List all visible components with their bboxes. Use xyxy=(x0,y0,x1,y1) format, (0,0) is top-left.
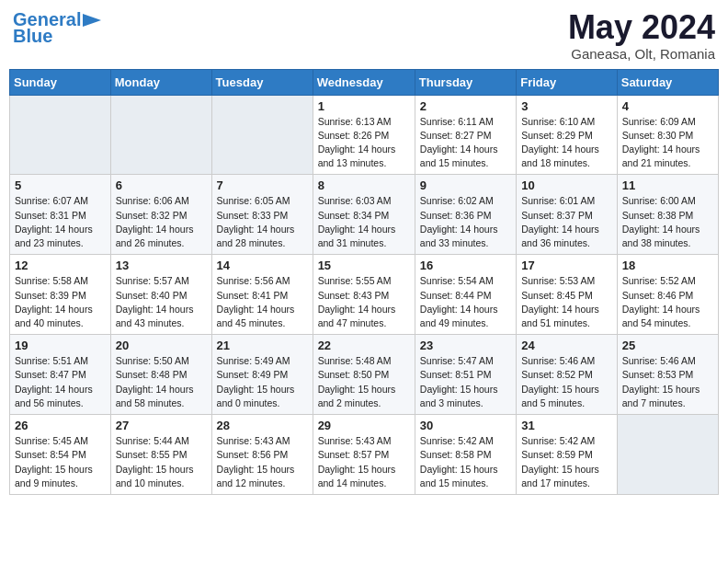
calendar-day-28: 28Sunrise: 5:43 AM Sunset: 8:56 PM Dayli… xyxy=(211,415,313,495)
calendar-week-row: 1Sunrise: 6:13 AM Sunset: 8:26 PM Daylig… xyxy=(10,95,719,175)
calendar-week-row: 19Sunrise: 5:51 AM Sunset: 8:47 PM Dayli… xyxy=(10,335,719,415)
day-info: Sunrise: 6:09 AM Sunset: 8:30 PM Dayligh… xyxy=(622,115,713,171)
calendar-empty-cell xyxy=(10,95,111,175)
calendar-header-row: SundayMondayTuesdayWednesdayThursdayFrid… xyxy=(10,69,719,95)
day-info: Sunrise: 6:13 AM Sunset: 8:26 PM Dayligh… xyxy=(318,115,410,171)
calendar-day-14: 14Sunrise: 5:56 AM Sunset: 8:41 PM Dayli… xyxy=(211,255,313,335)
weekday-header-sunday: Sunday xyxy=(10,69,111,95)
day-info: Sunrise: 5:42 AM Sunset: 8:59 PM Dayligh… xyxy=(521,434,612,490)
calendar-day-18: 18Sunrise: 5:52 AM Sunset: 8:46 PM Dayli… xyxy=(617,255,718,335)
day-number: 11 xyxy=(622,178,713,192)
calendar-day-24: 24Sunrise: 5:46 AM Sunset: 8:52 PM Dayli… xyxy=(517,335,618,415)
calendar-day-9: 9Sunrise: 6:02 AM Sunset: 8:36 PM Daylig… xyxy=(415,175,516,255)
day-info: Sunrise: 5:43 AM Sunset: 8:56 PM Dayligh… xyxy=(217,434,308,490)
day-number: 16 xyxy=(420,259,511,272)
month-title: May 2024 xyxy=(568,9,715,46)
day-number: 13 xyxy=(116,259,207,272)
calendar-week-row: 12Sunrise: 5:58 AM Sunset: 8:39 PM Dayli… xyxy=(10,255,719,335)
calendar-day-15: 15Sunrise: 5:55 AM Sunset: 8:43 PM Dayli… xyxy=(313,255,415,335)
day-number: 6 xyxy=(116,178,207,192)
calendar-day-19: 19Sunrise: 5:51 AM Sunset: 8:47 PM Dayli… xyxy=(10,335,111,415)
day-info: Sunrise: 5:55 AM Sunset: 8:43 PM Dayligh… xyxy=(318,274,410,330)
calendar-day-7: 7Sunrise: 6:05 AM Sunset: 8:33 PM Daylig… xyxy=(211,175,313,255)
day-number: 15 xyxy=(318,259,410,272)
day-info: Sunrise: 5:43 AM Sunset: 8:57 PM Dayligh… xyxy=(318,434,410,490)
day-number: 14 xyxy=(217,259,308,272)
logo-blue-text: Blue xyxy=(13,26,52,46)
day-number: 8 xyxy=(318,178,410,192)
day-number: 1 xyxy=(318,99,410,113)
day-number: 4 xyxy=(622,99,713,113)
calendar-day-3: 3Sunrise: 6:10 AM Sunset: 8:29 PM Daylig… xyxy=(517,95,618,175)
calendar-day-25: 25Sunrise: 5:46 AM Sunset: 8:53 PM Dayli… xyxy=(617,335,718,415)
weekday-header-saturday: Saturday xyxy=(617,69,718,95)
calendar-week-row: 26Sunrise: 5:45 AM Sunset: 8:54 PM Dayli… xyxy=(10,415,719,495)
day-number: 17 xyxy=(521,259,612,272)
day-info: Sunrise: 5:53 AM Sunset: 8:45 PM Dayligh… xyxy=(521,274,612,330)
day-info: Sunrise: 5:58 AM Sunset: 8:39 PM Dayligh… xyxy=(15,274,106,330)
svg-marker-0 xyxy=(83,14,101,27)
day-number: 30 xyxy=(420,419,511,432)
day-info: Sunrise: 6:02 AM Sunset: 8:36 PM Dayligh… xyxy=(420,194,511,250)
day-info: Sunrise: 5:44 AM Sunset: 8:55 PM Dayligh… xyxy=(116,434,207,490)
day-info: Sunrise: 5:51 AM Sunset: 8:47 PM Dayligh… xyxy=(15,354,106,410)
calendar-day-6: 6Sunrise: 6:06 AM Sunset: 8:32 PM Daylig… xyxy=(110,175,211,255)
day-number: 19 xyxy=(15,339,106,352)
weekday-header-friday: Friday xyxy=(517,69,618,95)
day-info: Sunrise: 6:03 AM Sunset: 8:34 PM Dayligh… xyxy=(318,194,410,250)
day-number: 5 xyxy=(15,178,106,192)
calendar-day-4: 4Sunrise: 6:09 AM Sunset: 8:30 PM Daylig… xyxy=(617,95,718,175)
day-info: Sunrise: 6:10 AM Sunset: 8:29 PM Dayligh… xyxy=(521,115,612,171)
day-info: Sunrise: 6:06 AM Sunset: 8:32 PM Dayligh… xyxy=(116,194,207,250)
day-number: 7 xyxy=(217,178,308,192)
weekday-header-monday: Monday xyxy=(110,69,211,95)
day-info: Sunrise: 6:07 AM Sunset: 8:31 PM Dayligh… xyxy=(15,194,106,250)
calendar-day-1: 1Sunrise: 6:13 AM Sunset: 8:26 PM Daylig… xyxy=(313,95,415,175)
calendar-day-21: 21Sunrise: 5:49 AM Sunset: 8:49 PM Dayli… xyxy=(211,335,313,415)
day-info: Sunrise: 5:57 AM Sunset: 8:40 PM Dayligh… xyxy=(116,274,207,330)
calendar-day-30: 30Sunrise: 5:42 AM Sunset: 8:58 PM Dayli… xyxy=(415,415,516,495)
day-info: Sunrise: 5:42 AM Sunset: 8:58 PM Dayligh… xyxy=(420,434,511,490)
calendar-day-17: 17Sunrise: 5:53 AM Sunset: 8:45 PM Dayli… xyxy=(517,255,618,335)
day-number: 24 xyxy=(521,339,612,352)
day-number: 10 xyxy=(521,178,612,192)
day-info: Sunrise: 5:49 AM Sunset: 8:49 PM Dayligh… xyxy=(217,354,308,410)
day-info: Sunrise: 5:47 AM Sunset: 8:51 PM Dayligh… xyxy=(420,354,511,410)
calendar-day-16: 16Sunrise: 5:54 AM Sunset: 8:44 PM Dayli… xyxy=(415,255,516,335)
calendar-day-11: 11Sunrise: 6:00 AM Sunset: 8:38 PM Dayli… xyxy=(617,175,718,255)
day-info: Sunrise: 5:52 AM Sunset: 8:46 PM Dayligh… xyxy=(622,274,713,330)
day-info: Sunrise: 5:45 AM Sunset: 8:54 PM Dayligh… xyxy=(15,434,106,490)
calendar-day-8: 8Sunrise: 6:03 AM Sunset: 8:34 PM Daylig… xyxy=(313,175,415,255)
day-number: 9 xyxy=(420,178,511,192)
logo: General Blue xyxy=(13,9,103,46)
calendar-day-5: 5Sunrise: 6:07 AM Sunset: 8:31 PM Daylig… xyxy=(10,175,111,255)
weekday-header-wednesday: Wednesday xyxy=(313,69,415,95)
day-number: 22 xyxy=(318,339,410,352)
day-number: 26 xyxy=(15,419,106,432)
day-number: 18 xyxy=(622,259,713,272)
calendar-day-22: 22Sunrise: 5:48 AM Sunset: 8:50 PM Dayli… xyxy=(313,335,415,415)
day-number: 31 xyxy=(521,419,612,432)
day-info: Sunrise: 5:46 AM Sunset: 8:52 PM Dayligh… xyxy=(521,354,612,410)
page-header: General Blue May 2024 Ganeasa, Olt, Roma… xyxy=(9,9,719,62)
day-info: Sunrise: 5:50 AM Sunset: 8:48 PM Dayligh… xyxy=(116,354,207,410)
day-info: Sunrise: 6:01 AM Sunset: 8:37 PM Dayligh… xyxy=(521,194,612,250)
day-info: Sunrise: 6:00 AM Sunset: 8:38 PM Dayligh… xyxy=(622,194,713,250)
day-info: Sunrise: 5:56 AM Sunset: 8:41 PM Dayligh… xyxy=(217,274,308,330)
calendar-day-23: 23Sunrise: 5:47 AM Sunset: 8:51 PM Dayli… xyxy=(415,335,516,415)
calendar-table: SundayMondayTuesdayWednesdayThursdayFrid… xyxy=(9,69,719,495)
calendar-empty-cell xyxy=(211,95,313,175)
weekday-header-tuesday: Tuesday xyxy=(211,69,313,95)
day-info: Sunrise: 5:46 AM Sunset: 8:53 PM Dayligh… xyxy=(622,354,713,410)
day-info: Sunrise: 5:48 AM Sunset: 8:50 PM Dayligh… xyxy=(318,354,410,410)
calendar-week-row: 5Sunrise: 6:07 AM Sunset: 8:31 PM Daylig… xyxy=(10,175,719,255)
day-number: 27 xyxy=(116,419,207,432)
title-block: May 2024 Ganeasa, Olt, Romania xyxy=(568,9,715,62)
day-info: Sunrise: 6:05 AM Sunset: 8:33 PM Dayligh… xyxy=(217,194,308,250)
day-number: 12 xyxy=(15,259,106,272)
day-info: Sunrise: 6:11 AM Sunset: 8:27 PM Dayligh… xyxy=(420,115,511,171)
location: Ganeasa, Olt, Romania xyxy=(568,46,715,62)
day-number: 20 xyxy=(116,339,207,352)
day-number: 25 xyxy=(622,339,713,352)
day-number: 28 xyxy=(217,419,308,432)
